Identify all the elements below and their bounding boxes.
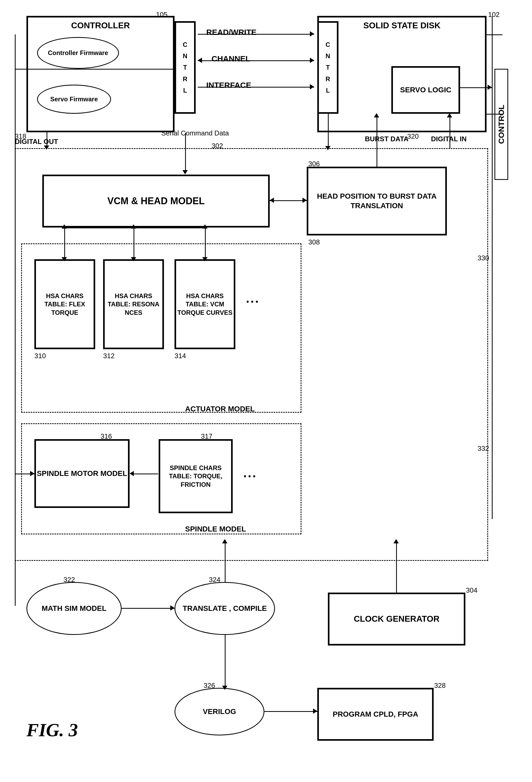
cntrl-left-digital-arrow <box>15 69 175 70</box>
hp-vcm-arrow <box>270 200 307 201</box>
channel-arrow <box>198 60 314 61</box>
spindle-chars-box: SPINDLE CHARS TABLE: TORQUE, FRICTION <box>159 439 233 513</box>
interface-label: INTERFACE <box>206 81 251 90</box>
ref-302: 302 <box>212 142 223 150</box>
servo-logic-control-arrowhead <box>488 85 492 90</box>
math-sim-label: MATH SIM MODEL <box>41 604 106 613</box>
interface-arrowhead <box>310 84 314 90</box>
spindle-down-left-arrow <box>15 473 15 606</box>
cntrl-left-box: CNTRL <box>175 21 196 114</box>
controller-label: CONTROLLER <box>71 20 130 31</box>
hsa1-label: HSA CHARS TABLE: FLEX TORQUE <box>36 292 93 317</box>
burst-data-label: BURST DATA <box>365 135 409 143</box>
math-to-translate-arrowhead <box>170 605 175 611</box>
ref-316: 316 <box>101 432 112 440</box>
translate-to-verilog-arrow <box>225 635 226 688</box>
ref-102: 102 <box>488 10 499 19</box>
hsa1-down-arrowhead <box>62 257 67 261</box>
ref-332: 332 <box>478 445 489 453</box>
diagram: CONTROLLER Controller Firmware Servo Fir… <box>0 0 532 782</box>
cntrl-right-box: CNTRL <box>317 21 338 114</box>
spindle-ellipsis: ... <box>243 466 257 480</box>
read-write-label: READ/WRITE <box>206 28 257 37</box>
vcm-head-box: VCM & HEAD MODEL <box>42 175 270 227</box>
verilog-oval: VERILOG <box>175 688 264 736</box>
spindle-motor-label: SPINDLE MOTOR MODEL <box>37 469 127 478</box>
ref-317: 317 <box>201 432 212 440</box>
math-to-translate-arrow <box>122 608 175 609</box>
hsa-ellipsis: ... <box>246 291 260 306</box>
ref-322: 322 <box>64 576 75 584</box>
verilog-label: VERILOG <box>203 707 236 716</box>
spindle-chars-arrowhead <box>129 471 134 476</box>
servo-logic-label: SERVO LOGIC <box>400 85 451 95</box>
translate-up-arrow <box>225 540 226 582</box>
ref-310: 310 <box>34 352 46 360</box>
hsa1-up-arrow <box>64 227 65 259</box>
spindle-chars-label: SPINDLE CHARS TABLE: TORQUE, FRICTION <box>160 464 231 489</box>
controller-firmware-oval: Controller Firmware <box>37 37 119 69</box>
ref-328: 328 <box>434 681 446 690</box>
program-cpld-box: PROGRAM CPLD, FPGA <box>317 688 434 741</box>
hp-vcm-arrowhead-left <box>270 198 274 203</box>
hsa3-box: HSA CHARS TABLE: VCM TORQUE CURVES <box>175 259 235 349</box>
interface-arrow <box>198 87 314 87</box>
ssd-cntrl-down-arrowhead <box>325 146 331 150</box>
read-write-arrowhead <box>310 31 314 36</box>
control-vert-arrow <box>492 16 493 519</box>
math-sim-oval: MATH SIM MODEL <box>27 582 122 635</box>
hsa2-label: HSA CHARS TABLE: RESONA NCES <box>105 292 162 317</box>
cntrl-left-label: CNTRL <box>183 39 187 96</box>
translate-compile-label: TRANSLATE , COMPILE <box>183 604 267 613</box>
ref-320: 320 <box>407 132 419 140</box>
left-vert-arrow <box>15 34 15 529</box>
channel-label: CHANNEL <box>212 54 251 63</box>
solid-state-disk-label: SOLID STATE DISK <box>363 20 441 31</box>
actuator-model-label: ACTUATOR MODEL <box>185 405 255 413</box>
ref-324: 324 <box>209 576 220 584</box>
servo-logic-down-arrow <box>377 114 377 167</box>
vcm-head-label: VCM & HEAD MODEL <box>107 195 205 207</box>
hsa3-label: HSA CHARS TABLE: VCM TORQUE CURVES <box>176 292 234 317</box>
clock-generator-box: CLOCK GENERATOR <box>328 593 465 645</box>
hsa2-down-arrowhead <box>131 257 136 261</box>
hsa3-down-arrowhead <box>202 257 207 261</box>
serial-cmd-arrowhead <box>183 170 188 174</box>
serial-command-label: Serial Command Data <box>161 129 229 137</box>
spindle-motor-box: SPINDLE MOTOR MODEL <box>34 439 129 508</box>
hsa2-box: HSA CHARS TABLE: RESONA NCES <box>103 259 164 349</box>
hsa-horizontal-bar <box>64 227 205 228</box>
translate-compile-oval: TRANSLATE , COMPILE <box>175 582 275 635</box>
verilog-to-program-arrowhead <box>313 708 317 714</box>
program-cpld-label: PROGRAM CPLD, FPGA <box>333 710 418 719</box>
servo-logic-control-arrow <box>460 87 492 88</box>
left-to-spindle-arrowhead <box>30 471 34 476</box>
serial-cmd-arrow <box>185 133 186 173</box>
digital-out-label: DIGITAL OUT <box>15 138 58 146</box>
clock-generator-label: CLOCK GENERATOR <box>354 613 440 625</box>
servo-firmware-oval: Servo Firmware <box>37 85 111 114</box>
clock-up-arrowhead <box>393 539 399 543</box>
controller-box: CONTROLLER <box>27 16 175 132</box>
translate-to-verilog-arrowhead <box>222 686 227 690</box>
ref-308: 308 <box>308 238 320 246</box>
ref-304: 304 <box>466 586 477 595</box>
ref-306: 306 <box>308 160 320 168</box>
control-top-connect <box>487 34 502 35</box>
verilog-to-program-arrow <box>264 711 317 712</box>
channel-arrowhead <box>310 58 314 63</box>
servo-logic-box: SERVO LOGIC <box>391 66 460 114</box>
cntrl-right-label: CNTRL <box>326 39 330 96</box>
control-label: CONTROL <box>494 69 508 180</box>
hsa3-up-arrow <box>205 227 206 259</box>
fig-label: FIG. 3 <box>27 719 78 741</box>
hp-vcm-arrowhead-right <box>303 198 307 203</box>
ref-330: 330 <box>478 254 489 262</box>
translate-up-arrowhead <box>222 539 227 543</box>
clock-up-arrow <box>396 540 397 593</box>
controller-firmware-label: Controller Firmware <box>48 49 108 57</box>
head-position-box: HEAD POSITION TO BURST DATA TRANSLATION <box>307 167 447 236</box>
control-bottom-connect <box>487 114 502 114</box>
spindle-chars-arrow <box>132 473 158 474</box>
digital-out-arrowhead <box>44 145 49 150</box>
